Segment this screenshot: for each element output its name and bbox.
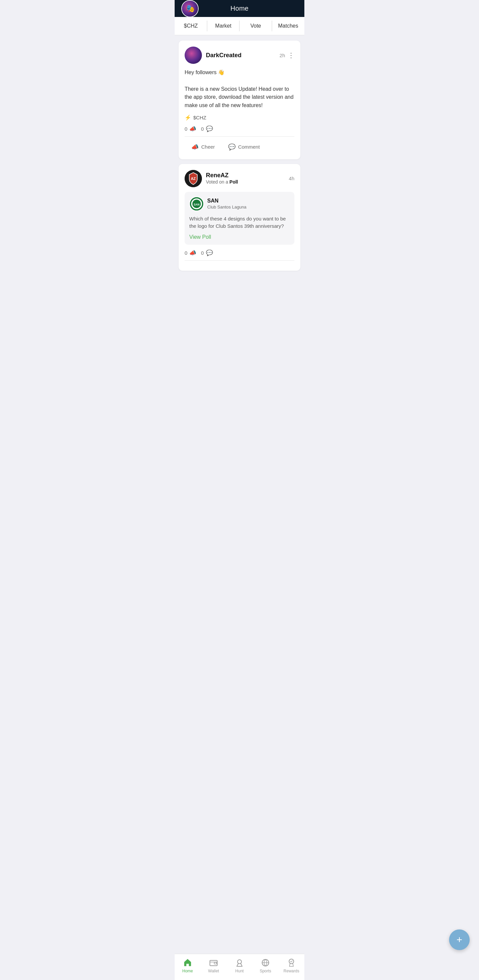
tab-chz[interactable]: $CHZ — [175, 17, 207, 35]
svg-point-9 — [237, 960, 242, 964]
poll-question: Which of these 4 designs do you want to … — [189, 215, 290, 230]
page-title: Home — [231, 5, 249, 12]
post-card-darkcreated: DarkCreated 2h ⋮ Hey followers 👋 There i… — [179, 41, 300, 159]
post-user-info: DarkCreated — [185, 46, 242, 64]
subtitle-pre: Voted on a — [206, 179, 229, 185]
app-header: 🎭 Home — [175, 0, 304, 17]
post-time: 2h — [279, 52, 285, 58]
darkcreated-avatar — [185, 46, 202, 64]
post-meta: 2h ⋮ — [279, 52, 294, 59]
wallet-label: Wallet — [208, 969, 219, 974]
post-action-buttons: 📣 Cheer 💬 Comment — [185, 141, 294, 153]
post-user-info-reneaz: AZ ReneAZ Voted on a Poll — [185, 170, 238, 187]
subtitle-bold: Poll — [229, 179, 238, 185]
cheer-btn-icon: 📣 — [191, 143, 199, 151]
post-body-line1: Hey followers 👋 — [185, 70, 224, 75]
tab-matches[interactable]: Matches — [272, 17, 305, 35]
nav-rewards[interactable]: Rewards — [278, 957, 304, 975]
nav-tabs: $CHZ Market Vote Matches — [175, 17, 304, 35]
avatar-image: 🎭 — [182, 1, 198, 17]
reneaz-comment-icon: 💬 — [206, 250, 213, 256]
poll-subcard: SAN SAN Club Santos Laguna Which of thes… — [185, 192, 294, 245]
post-body-line2: There is a new Socios Update! Head over … — [185, 86, 293, 108]
post-menu-button[interactable]: ⋮ — [288, 52, 294, 59]
reneaz-actions-bar: 0 📣 0 💬 — [185, 250, 294, 261]
santos-name: Club Santos Laguna — [207, 205, 247, 210]
cheer-count: 0 📣 — [185, 126, 196, 132]
comment-button[interactable]: 💬 Comment — [221, 141, 266, 153]
svg-text:SAN: SAN — [194, 203, 199, 206]
rewards-label: Rewards — [283, 969, 299, 974]
chz-icon: ⚡ — [185, 115, 191, 121]
comment-count: 0 💬 — [201, 126, 213, 132]
post-tag-text: $CHZ — [193, 115, 206, 120]
post-header-reneaz: AZ ReneAZ Voted on a Poll 4h — [185, 170, 294, 187]
reneaz-cheer-count: 0 📣 — [185, 250, 196, 256]
nav-hunt[interactable]: Hunt — [226, 957, 253, 975]
sports-icon — [261, 958, 270, 967]
home-label: Home — [182, 969, 193, 974]
bottom-nav: Home Wallet Hunt Sports — [175, 954, 304, 980]
svg-rect-7 — [214, 963, 216, 964]
reneaz-post-meta: 4h — [289, 176, 294, 181]
subcard-header: SAN SAN Club Santos Laguna — [189, 197, 290, 211]
reneaz-avatar: AZ — [185, 170, 202, 187]
svg-text:AZ: AZ — [191, 177, 196, 181]
reneaz-username: ReneAZ — [206, 172, 229, 178]
comment-number: 0 — [201, 126, 204, 132]
comment-label: Comment — [238, 144, 260, 150]
reneaz-megaphone-icon: 📣 — [189, 250, 196, 256]
nav-wallet[interactable]: Wallet — [201, 957, 226, 975]
reneaz-comment-number: 0 — [201, 250, 204, 256]
reneaz-comment-count: 0 💬 — [201, 250, 213, 256]
cheer-label: Cheer — [201, 144, 215, 150]
svg-rect-6 — [210, 960, 217, 966]
home-icon — [183, 958, 192, 967]
post-body: Hey followers 👋 There is a new Socios Up… — [185, 68, 294, 110]
hunt-icon — [235, 958, 244, 967]
tab-vote[interactable]: Vote — [240, 17, 272, 35]
santos-info: SAN Club Santos Laguna — [207, 198, 247, 210]
post-username: DarkCreated — [206, 52, 242, 59]
cheer-number: 0 — [185, 126, 187, 132]
megaphone-icon: 📣 — [189, 126, 196, 132]
cheer-button[interactable]: 📣 Cheer — [185, 141, 221, 153]
wallet-icon — [209, 958, 218, 967]
sports-label: Sports — [260, 969, 271, 974]
reneaz-avatar-svg: AZ — [185, 170, 202, 187]
santos-code: SAN — [207, 198, 218, 204]
post-header: DarkCreated 2h ⋮ — [185, 46, 294, 64]
post-card-reneaz: AZ ReneAZ Voted on a Poll 4h — [179, 164, 300, 271]
main-content: DarkCreated 2h ⋮ Hey followers 👋 There i… — [175, 35, 304, 304]
tab-market[interactable]: Market — [207, 17, 240, 35]
user-avatar[interactable]: 🎭 — [181, 0, 199, 17]
post-actions-bar: 0 📣 0 💬 — [185, 126, 294, 137]
reneaz-cheer-number: 0 — [185, 250, 187, 256]
reneaz-user-text: ReneAZ Voted on a Poll — [206, 172, 238, 185]
reneaz-subtitle: Voted on a Poll — [206, 179, 238, 185]
santos-logo: SAN — [190, 197, 203, 211]
rewards-icon — [287, 958, 296, 967]
santos-avatar: SAN — [189, 197, 204, 211]
hunt-label: Hunt — [235, 969, 243, 974]
view-poll-link[interactable]: View Poll — [189, 234, 211, 240]
nav-sports[interactable]: Sports — [253, 957, 278, 975]
comment-btn-icon: 💬 — [228, 143, 236, 151]
post-tag: ⚡ $CHZ — [185, 115, 294, 121]
reneaz-post-time: 4h — [289, 176, 294, 181]
comment-icon: 💬 — [206, 126, 213, 132]
nav-home[interactable]: Home — [175, 957, 201, 975]
